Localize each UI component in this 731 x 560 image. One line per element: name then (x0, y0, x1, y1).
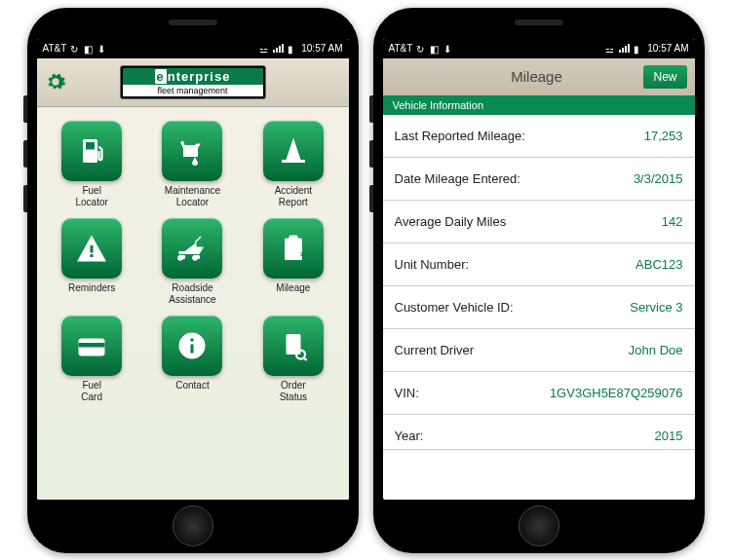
tile-label: Reminders (68, 282, 115, 294)
svg-rect-1 (86, 142, 95, 150)
battery-icon: ▮ (288, 44, 297, 54)
svg-point-5 (181, 254, 186, 259)
status-icon (263, 316, 324, 376)
svg-rect-14 (191, 338, 194, 341)
clock-label: 10:57 AM (301, 43, 342, 54)
info-value: 1GV3GH5E87Q259076 (550, 386, 683, 400)
status-bar: AT&T ↻ ◧ ⬇ ⚍ ▮ 10:57 AM (37, 39, 349, 58)
app-header: enterprise fleet management (37, 58, 349, 107)
settings-gear-icon[interactable] (45, 71, 66, 93)
tile-status[interactable]: OrderStatus (248, 316, 338, 403)
info-value: 2015 (655, 429, 683, 443)
wifi-icon: ⚍ (605, 44, 615, 54)
info-label: Unit Number: (395, 257, 470, 272)
tow-icon (162, 218, 222, 279)
phone-frame-right: AT&T ↻ ◧ ⬇ ⚍ ▮ 10:57 AM Mileage New Vehi… (373, 8, 705, 553)
tile-card[interactable]: FuelCard (47, 316, 137, 403)
sync-icon: ↻ (416, 44, 426, 54)
tile-label: FuelCard (81, 380, 102, 403)
info-row[interactable]: Year:2015 (383, 415, 695, 450)
oil-icon (162, 121, 222, 181)
tile-oil[interactable]: MaintenanceLocator (147, 121, 238, 208)
clip-icon: ✕ (263, 218, 324, 279)
info-row[interactable]: Date Mileage Entered:3/3/2015 (383, 158, 695, 201)
svg-rect-4 (91, 254, 94, 257)
vehicle-info-list: Last Reported Mileage:17,253Date Mileage… (383, 115, 695, 500)
info-row[interactable]: Customer Vehicle ID:Service 3 (383, 286, 695, 329)
info-row[interactable]: Unit Number:ABC123 (383, 243, 695, 286)
svg-rect-2 (282, 160, 305, 163)
tile-label: FuelLocator (75, 185, 107, 208)
signal-icon (619, 44, 630, 53)
info-label: Date Mileage Entered: (395, 171, 520, 186)
brand-logo: enterprise fleet management (120, 65, 266, 99)
tile-label: MaintenanceLocator (165, 185, 220, 208)
info-value: Service 3 (630, 300, 682, 315)
tile-warn[interactable]: Reminders (47, 218, 137, 306)
new-button[interactable]: New (643, 65, 686, 89)
tile-label: AccidentReport (275, 185, 312, 208)
carrier-label: AT&T (389, 43, 413, 54)
tile-label: Contact (175, 380, 209, 392)
tile-label: RoadsideAssistance (169, 282, 215, 306)
svg-rect-8 (289, 235, 297, 241)
download-icon: ⬇ (97, 44, 107, 54)
info-row[interactable]: Average Daily Miles142 (383, 201, 695, 243)
tile-label: OrderStatus (280, 380, 307, 403)
svg-rect-13 (191, 344, 194, 353)
info-label: Customer Vehicle ID: (395, 300, 514, 315)
svg-point-6 (196, 254, 201, 259)
info-value: 3/3/2015 (634, 171, 683, 186)
info-label: Average Daily Miles (395, 214, 507, 229)
info-value: 17,253 (644, 129, 683, 143)
sync-icon: ↻ (70, 44, 80, 54)
tile-info[interactable]: Contact (147, 316, 238, 403)
phone-frame-left: AT&T ↻ ◧ ⬇ ⚍ ▮ 10:57 AM enterprise fleet… (27, 8, 359, 553)
info-value: ABC123 (635, 257, 682, 272)
battery-saver-icon: ◧ (430, 44, 440, 54)
info-icon (162, 316, 222, 376)
screen-home: AT&T ↻ ◧ ⬇ ⚍ ▮ 10:57 AM enterprise fleet… (37, 39, 349, 500)
info-label: Year: (395, 429, 424, 443)
tile-cone[interactable]: AccidentReport (248, 121, 338, 208)
carrier-label: AT&T (43, 43, 67, 54)
signal-icon (273, 44, 284, 53)
battery-icon: ▮ (634, 44, 643, 54)
info-label: VIN: (395, 386, 419, 400)
info-label: Last Reported Mileage: (395, 129, 525, 143)
page-header: Mileage New (383, 58, 695, 95)
page-title: Mileage (430, 68, 644, 85)
tile-tow[interactable]: RoadsideAssistance (147, 218, 238, 306)
info-row[interactable]: Current DriverJohn Doe (383, 329, 695, 372)
info-value: John Doe (629, 343, 683, 357)
wifi-icon: ⚍ (259, 44, 269, 54)
svg-text:✕: ✕ (299, 250, 306, 259)
screen-mileage: AT&T ↻ ◧ ⬇ ⚍ ▮ 10:57 AM Mileage New Vehi… (383, 39, 695, 500)
info-row[interactable]: VIN:1GV3GH5E87Q259076 (383, 372, 695, 415)
home-button[interactable] (519, 505, 559, 546)
cone-icon (263, 121, 324, 181)
download-icon: ⬇ (443, 44, 453, 54)
battery-saver-icon: ◧ (84, 44, 94, 54)
tile-fuel[interactable]: FuelLocator (47, 121, 137, 208)
warn-icon (61, 218, 122, 279)
info-row[interactable]: Last Reported Mileage:17,253 (383, 115, 695, 158)
svg-rect-3 (91, 245, 94, 253)
section-header: Vehicle Information (383, 95, 695, 115)
home-button[interactable] (173, 505, 213, 546)
tile-clip[interactable]: ✕Mileage (248, 218, 338, 306)
info-value: 142 (662, 214, 683, 229)
card-icon (61, 316, 122, 376)
tile-label: Mileage (276, 282, 310, 294)
svg-rect-11 (79, 343, 105, 348)
clock-label: 10:57 AM (647, 43, 688, 54)
info-label: Current Driver (395, 343, 475, 357)
status-bar: AT&T ↻ ◧ ⬇ ⚍ ▮ 10:57 AM (383, 39, 695, 58)
fuel-icon (61, 121, 122, 181)
